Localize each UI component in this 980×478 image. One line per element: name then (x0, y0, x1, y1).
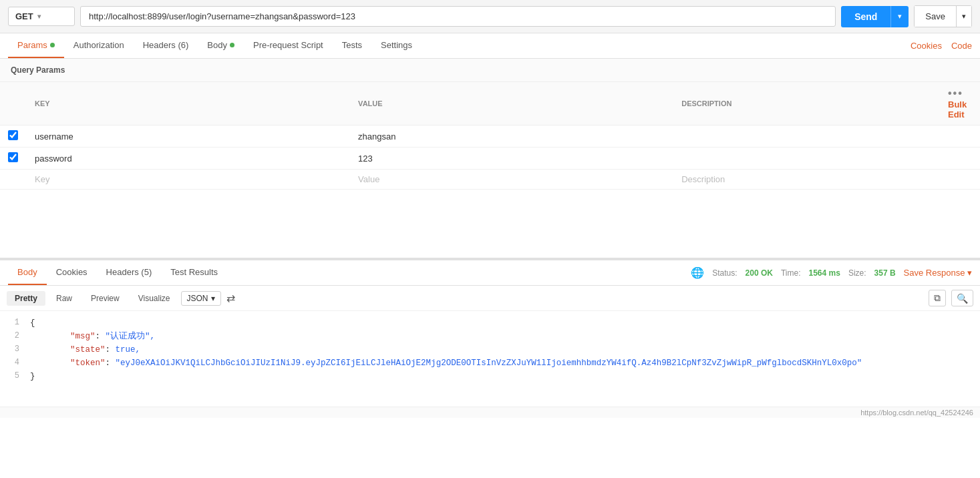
col-check-header (0, 82, 27, 126)
row2-checkbox[interactable] (8, 152, 18, 162)
url-input[interactable] (80, 6, 836, 27)
globe-icon: 🌐 (691, 266, 704, 279)
json-output: 1{2 "msg": "认证成功",3 "state": true,4 "tok… (0, 311, 980, 407)
row2-key[interactable]: password (27, 148, 350, 170)
size-value: 357 B (874, 268, 896, 278)
params-table: KEY VALUE DESCRIPTION ••• Bulk Edit user… (0, 82, 980, 190)
dots-menu-icon[interactable]: ••• (948, 87, 963, 99)
time-value: 1564 ms (809, 268, 840, 278)
cookies-link[interactable]: Cookies (911, 41, 942, 51)
response-tab-cookies[interactable]: Cookies (47, 260, 97, 285)
tab-prerequest-label: Pre-request Script (253, 40, 323, 50)
upper-panel: Params Authorization Headers (6) Body Pr… (0, 33, 980, 260)
row1-checkbox[interactable] (8, 130, 18, 140)
placeholder-actions (940, 170, 980, 190)
row1-value[interactable]: zhangsan (350, 126, 673, 148)
tab-right-links: Cookies Code (911, 41, 972, 51)
top-bar: GET ▾ Send ▾ Save ▾ (0, 0, 980, 33)
tab-body-label: Body (207, 40, 227, 50)
row1-desc[interactable] (673, 126, 940, 148)
send-dropdown-button[interactable]: ▾ (890, 6, 909, 27)
row1-key[interactable]: username (27, 126, 350, 148)
body-dot (230, 43, 234, 47)
method-chevron: ▾ (37, 13, 41, 20)
col-key-header: KEY (27, 82, 350, 126)
placeholder-key[interactable]: Key (27, 170, 350, 190)
json-line: 5} (0, 370, 980, 383)
save-dropdown-button[interactable]: ▾ (957, 5, 972, 27)
col-value-header: VALUE (350, 82, 673, 126)
col-actions-header: ••• Bulk Edit (940, 82, 980, 126)
tab-tests-label: Tests (342, 40, 362, 50)
json-line: 2 "msg": "认证成功", (0, 330, 980, 343)
send-btn-group: Send ▾ (841, 6, 909, 27)
json-line: 4 "token": "eyJ0eXAiOiJKV1QiLCJhbGciOiJI… (0, 356, 980, 370)
method-select[interactable]: GET ▾ (8, 7, 75, 26)
params-dot (50, 43, 55, 47)
send-button[interactable]: Send (841, 6, 890, 27)
wrap-icon[interactable]: ⇄ (226, 292, 235, 304)
table-row: password 123 (0, 148, 980, 170)
save-response-button[interactable]: Save Response ▾ (904, 268, 972, 278)
lower-panel: Body Cookies Headers (5) Test Results 🌐 … (0, 260, 980, 418)
row2-desc[interactable] (673, 148, 940, 170)
tab-settings-label: Settings (381, 40, 412, 50)
tab-headers[interactable]: Headers (6) (134, 33, 198, 58)
tab-prerequest[interactable]: Pre-request Script (244, 33, 333, 58)
status-label: Status: (712, 268, 737, 278)
tab-authorization-label: Authorization (73, 40, 124, 50)
tab-params[interactable]: Params (8, 33, 64, 58)
tab-authorization[interactable]: Authorization (64, 33, 134, 58)
save-btn-group: Save ▾ (914, 5, 972, 27)
save-button[interactable]: Save (914, 5, 957, 27)
format-tab-pretty[interactable]: Pretty (7, 291, 45, 306)
method-label: GET (15, 11, 33, 21)
row1-actions (940, 126, 980, 148)
tab-headers-label: Headers (6) (143, 40, 189, 50)
response-tab-body[interactable]: Body (8, 260, 47, 285)
query-params-section-title: Query Params (0, 59, 980, 82)
tab-settings[interactable]: Settings (371, 33, 422, 58)
format-tab-raw[interactable]: Raw (48, 291, 80, 306)
response-tabs-bar: Body Cookies Headers (5) Test Results 🌐 … (0, 260, 980, 286)
tab-body[interactable]: Body (198, 33, 244, 58)
response-tab-headers[interactable]: Headers (5) (97, 260, 162, 285)
format-tab-preview[interactable]: Preview (83, 291, 128, 306)
tab-tests[interactable]: Tests (333, 33, 371, 58)
footer-hint: https://blog.csdn.net/qq_42524246 (0, 407, 980, 418)
format-tabs-bar: Pretty Raw Preview Visualize JSON ▾ ⇄ ⧉ … (0, 286, 980, 311)
table-row: username zhangsan (0, 126, 980, 148)
row2-value[interactable]: 123 (350, 148, 673, 170)
tab-params-label: Params (17, 40, 47, 50)
col-desc-header: DESCRIPTION (673, 82, 940, 126)
format-right-icons: ⧉ 🔍 (929, 290, 973, 306)
response-meta: 🌐 Status: 200 OK Time: 1564 ms Size: 357… (691, 266, 972, 279)
search-icon[interactable]: 🔍 (951, 290, 973, 306)
format-tab-visualize[interactable]: Visualize (130, 291, 178, 306)
copy-icon[interactable]: ⧉ (929, 290, 946, 306)
json-line: 3 "state": true, (0, 343, 980, 356)
time-label: Time: (781, 268, 801, 278)
json-line: 1{ (0, 316, 980, 330)
size-label: Size: (848, 268, 866, 278)
status-value: 200 OK (746, 268, 773, 278)
bulk-edit-button[interactable]: Bulk Edit (948, 99, 967, 120)
format-dropdown[interactable]: JSON ▾ (181, 291, 221, 306)
code-link[interactable]: Code (951, 41, 972, 51)
row2-actions (940, 148, 980, 170)
table-row-placeholder: Key Value Description (0, 170, 980, 190)
request-tabs-bar: Params Authorization Headers (6) Body Pr… (0, 33, 980, 59)
placeholder-desc[interactable]: Description (673, 170, 940, 190)
placeholder-value[interactable]: Value (350, 170, 673, 190)
response-tab-test-results[interactable]: Test Results (161, 260, 227, 285)
